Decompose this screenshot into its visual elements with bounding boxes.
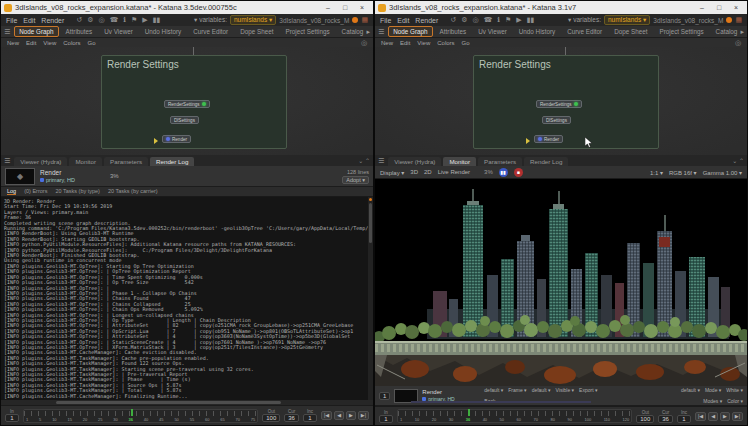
zoom-level-dropdown[interactable]: 1:1 ▾ <box>650 169 663 176</box>
title-bar[interactable]: 3dIslands_v08_rocks_expansion.katana* - … <box>375 1 747 14</box>
workspace-tab[interactable]: Node Graph <box>388 26 432 37</box>
node-rendersettings[interactable]: RenderSettings <box>164 100 210 108</box>
flag-icon[interactable]: ⚑ <box>131 15 137 25</box>
minimize-button[interactable]: – <box>694 2 710 13</box>
stop-render-button[interactable]: ■ <box>514 168 523 177</box>
catalog-dropdown[interactable]: Visible ▾ <box>556 387 575 393</box>
gear-icon[interactable]: ⚙ <box>87 15 93 25</box>
tab-overflow-icon[interactable]: ▸ <box>740 28 744 36</box>
render-log-output[interactable]: 3D Render: RenderStart Time: Fri Dec 19 … <box>1 197 373 400</box>
workspace-tab[interactable]: Project Settings <box>654 26 708 37</box>
out-frame-field[interactable]: 100 <box>636 415 654 423</box>
close-button[interactable]: × <box>728 2 744 13</box>
panel-tab[interactable]: Monitor <box>69 157 102 166</box>
pause-icon[interactable]: ▮▮ <box>527 15 535 25</box>
transport-button[interactable]: ▶ <box>346 411 356 420</box>
workspace-tab[interactable]: Project Settings <box>280 26 334 37</box>
frame-ruler[interactable]: 151015202530364045505560657075 <box>23 409 258 423</box>
node-rendersettings[interactable]: RenderSettings <box>536 100 582 108</box>
catalog-dropdown[interactable]: default ▾ <box>484 387 503 393</box>
workspace-tab[interactable]: Uv Viewer <box>473 26 512 37</box>
info-icon[interactable]: ℹ <box>123 15 126 25</box>
nodegraph-menu-item[interactable]: Colors <box>63 40 80 46</box>
pause-render-button[interactable]: ▮▮ <box>499 168 508 177</box>
panel-tab[interactable]: Viewer (Hydra) <box>388 157 441 166</box>
nodegraph-menu-item[interactable]: Go <box>88 40 96 46</box>
scrollbar-thumb[interactable] <box>369 203 372 243</box>
view-2d-button[interactable]: 2D <box>424 169 432 175</box>
nodegraph-panel[interactable]: Render Settings RenderSettings DlSetting… <box>1 47 373 155</box>
panel-tab[interactable]: Monitor <box>443 157 476 166</box>
undo-icon[interactable]: ↺ <box>450 15 456 25</box>
minimize-button[interactable]: – <box>320 2 336 13</box>
nodegraph-menu-item[interactable]: Go <box>462 40 470 46</box>
scrollbar-thumb[interactable] <box>56 401 281 404</box>
panel-options-icon[interactable]: ⌄ ⌃ <box>732 157 744 164</box>
transport-button[interactable]: ▶ <box>720 412 730 421</box>
log-filter-tab[interactable]: 20 Tasks (by type) <box>55 188 100 195</box>
nodegraph-panel[interactable]: Render Settings RenderSettings DlSetting… <box>375 47 747 155</box>
menu-item[interactable]: File <box>6 17 17 24</box>
nodegraph-menu-item[interactable]: Edit <box>26 40 36 46</box>
vertical-scrollbar[interactable] <box>368 197 373 400</box>
catalog-dropdown[interactable]: Modes ▾ <box>703 398 722 404</box>
search-icon[interactable]: ◎ <box>735 39 741 47</box>
current-frame-field[interactable]: 36 <box>658 415 673 423</box>
menu-item[interactable]: File <box>380 17 391 24</box>
target-icon[interactable]: ◎ <box>98 15 104 25</box>
view-flag-icon[interactable] <box>202 102 206 106</box>
nodegraph-menu-item[interactable]: New <box>7 40 19 46</box>
gear-icon[interactable]: ⚙ <box>461 15 467 25</box>
current-node-field[interactable]: 3dIslands_v08_rocks_M <box>279 17 349 24</box>
node-render[interactable]: Render <box>162 135 191 143</box>
play-icon[interactable]: ▶ <box>516 15 521 25</box>
variables-dropdown[interactable]: numIslands ▾ <box>230 15 276 25</box>
panel-tab[interactable]: Render Log <box>524 157 568 166</box>
catalog-dropdown[interactable]: Color ▾ <box>727 398 743 404</box>
hamburger-icon[interactable]: ☰ <box>4 28 10 36</box>
flag-icon[interactable]: ⚑ <box>505 15 511 25</box>
catalog-dropdown[interactable]: Frame ▾ <box>508 387 526 393</box>
transport-button[interactable]: ▶| <box>732 412 743 421</box>
catalog-frame-field[interactable]: 1 <box>379 392 390 400</box>
edit-flag-icon[interactable] <box>538 137 542 141</box>
menu-item[interactable]: Render <box>415 17 438 24</box>
render-thumbnail[interactable]: ◆ <box>5 168 35 185</box>
frame-ruler[interactable]: 110203036405060708090100110120 <box>397 409 632 423</box>
nodegraph-menu-item[interactable]: New <box>381 40 393 46</box>
log-filter-tab[interactable]: (0) Errors <box>24 188 47 195</box>
maximize-button[interactable]: □ <box>337 2 353 13</box>
pause-icon[interactable]: ▮▮ <box>153 15 161 25</box>
nodegraph-menu-item[interactable]: View <box>417 40 430 46</box>
workspace-tab[interactable]: Undo History <box>140 26 186 37</box>
channel-dropdown[interactable]: RGB 16f ▾ <box>669 169 697 176</box>
horizontal-scrollbar[interactable] <box>1 400 373 405</box>
catalog-dropdown[interactable]: White ▾ <box>726 387 743 393</box>
workspace-tab[interactable]: Attributes <box>435 26 472 37</box>
catalog-dropdown[interactable]: Export ▾ <box>579 387 597 393</box>
title-bar[interactable]: 3dIslands_v08_rocks_expansion.katana* - … <box>1 1 373 14</box>
workspace-tab[interactable]: Node Graph <box>14 26 58 37</box>
maximize-button[interactable]: □ <box>711 2 727 13</box>
in-frame-field[interactable]: 1 <box>5 414 19 422</box>
close-button[interactable]: × <box>354 2 370 13</box>
catalog-dropdown[interactable]: default ▾ <box>532 387 551 393</box>
target-icon[interactable]: ◎ <box>472 15 478 25</box>
transport-button[interactable]: ◀ <box>708 412 718 421</box>
nodegraph-menu-item[interactable]: Edit <box>400 40 410 46</box>
phone-icon[interactable]: ☎ <box>110 15 119 25</box>
live-render-label[interactable]: Live Render <box>438 169 470 175</box>
display-dropdown[interactable]: Display ▾ <box>380 169 404 176</box>
catalog-dropdown[interactable]: Mode ▾ <box>705 387 721 393</box>
hamburger-icon[interactable]: ☰ <box>378 28 384 36</box>
panel-menu-icon[interactable]: ☰ <box>378 157 384 165</box>
workspace-tab[interactable]: Curve Editor <box>188 26 233 37</box>
edit-flag-icon[interactable] <box>166 137 170 141</box>
node-dlsettings[interactable]: DlSettings <box>170 116 199 124</box>
node-render[interactable]: Render <box>534 135 563 143</box>
workspace-tab[interactable]: Dope Sheet <box>609 26 652 37</box>
render-settings-group[interactable]: Render Settings RenderSettings DlSetting… <box>473 55 659 149</box>
render-settings-group[interactable]: Render Settings RenderSettings DlSetting… <box>101 55 287 149</box>
node-dlsettings[interactable]: DlSettings <box>542 116 571 124</box>
search-icon[interactable]: ◎ <box>361 39 367 47</box>
